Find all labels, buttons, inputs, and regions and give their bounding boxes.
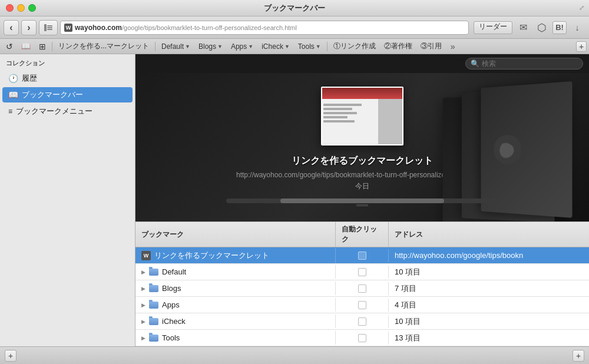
bm-apps-arrow: ▼ [248, 44, 253, 49]
maximize-button[interactable] [28, 4, 36, 12]
table-header: ブックマーク 自動クリック アドレス [135, 221, 589, 247]
preview-thumbnail [321, 87, 403, 145]
bm-copyright[interactable]: ②著作権 [380, 40, 416, 52]
search-input[interactable] [482, 59, 578, 68]
sidebar-item-history[interactable]: 🕐 履歴 [2, 71, 133, 86]
thumbnail-line-5 [323, 120, 355, 123]
wayohoo-icon: W [141, 251, 151, 260]
checkbox-blogs[interactable] [358, 284, 366, 293]
bm-separator-3 [327, 42, 327, 51]
header-auto-click: 自動クリック [336, 222, 389, 247]
bm-create-marklet[interactable]: リンクを作る...マークレット [55, 40, 153, 52]
sidebar-item-bookmarks-bar[interactable]: 📖 ブックマークバー [2, 87, 133, 102]
site-icon: W [64, 24, 72, 32]
checkbox-icheck[interactable] [358, 317, 366, 326]
sidebar-toggle-button[interactable] [39, 20, 58, 35]
bm-link-create[interactable]: ①リンク作成 [330, 40, 379, 52]
cell-autoclick-icheck [336, 315, 389, 328]
grip-line-1 [356, 204, 368, 205]
header-address: アドレス [389, 222, 589, 247]
bm-reading-list[interactable]: 📖 [18, 41, 34, 52]
sidebar-item-bookmarks-bar-label: ブックマークバー [22, 90, 83, 100]
close-button[interactable] [6, 4, 14, 12]
folder-icon-apps [149, 302, 158, 309]
folder-icon-icheck [149, 318, 158, 325]
svg-rect-1 [47, 25, 52, 27]
add-bookmark-button-right[interactable]: + [573, 350, 584, 362]
preview-scrollbar[interactable] [226, 198, 498, 203]
bg-logo [481, 120, 536, 179]
folder-icon-default [149, 269, 158, 276]
checkbox-default[interactable] [358, 268, 366, 276]
hatena-icon[interactable]: B! [552, 21, 567, 34]
table-row[interactable]: W リンクを作るブックマークレット http://wayohoo.com/goo… [135, 247, 589, 264]
cell-name-icheck: ▶ iCheck [135, 315, 336, 328]
bm-default-arrow: ▼ [185, 44, 190, 49]
bm-default[interactable]: Default ▼ [158, 41, 194, 52]
bm-more-button[interactable]: » [446, 40, 459, 53]
download-icon[interactable]: ↓ [569, 19, 585, 36]
preview-date: 今日 [355, 181, 369, 191]
cell-name-apps: ▶ Apps [135, 298, 336, 312]
table-row[interactable]: ▶ Default 10 項目 [135, 264, 589, 280]
cell-address-link: http://wayohoo.com/google/tips/bookn [389, 249, 589, 262]
window: ブックマークバー ⤢ ‹ › W wayohoo.com /google/tip… [0, 0, 589, 364]
cell-address-apps: 4 項目 [389, 297, 589, 313]
forward-button[interactable]: › [21, 20, 37, 35]
window-title: ブックマークバー [264, 3, 325, 14]
thumbnail-line-2 [323, 108, 352, 110]
minimize-button[interactable] [17, 4, 25, 12]
bm-icheck[interactable]: iCheck ▼ [258, 41, 293, 52]
bm-icheck-arrow: ▼ [284, 44, 290, 49]
bookmarks-icon[interactable]: ⬡ [534, 19, 550, 36]
cell-address-default: 10 項目 [389, 264, 589, 280]
resize-icon: ⤢ [579, 4, 584, 12]
bm-tools-label: Tools [298, 42, 315, 51]
grip-line-2 [356, 206, 368, 206]
table-row[interactable]: ▶ iCheck 10 項目 [135, 313, 589, 330]
row-arrow-tools: ▶ [141, 335, 145, 341]
bg-book-1 [481, 81, 573, 218]
bm-citation[interactable]: ③引用 [417, 40, 445, 52]
add-bookmark-button-left[interactable]: + [5, 350, 16, 362]
preview-scrollbar-thumb [280, 198, 444, 203]
sidebar-item-history-label: 履歴 [22, 73, 37, 84]
table-row[interactable]: ▶ Apps 4 項目 [135, 297, 589, 313]
address-domain: wayohoo.com [75, 24, 122, 32]
bm-add-button[interactable]: + [576, 41, 587, 52]
reader-button[interactable]: リーダー [474, 21, 512, 34]
cell-address-tools: 13 項目 [389, 330, 589, 346]
bm-default-label: Default [161, 42, 184, 51]
preview-thumbnail-container [321, 87, 403, 145]
thumbnail-line-1 [323, 104, 362, 106]
bm-blogs[interactable]: Blogs ▼ [195, 41, 226, 52]
table-area: ブックマーク 自動クリック アドレス W リンクを作るブックマークレット [135, 221, 589, 346]
bookmarks-menu-icon: ≡ [8, 107, 12, 115]
checkbox-apps[interactable] [358, 301, 366, 309]
address-bar[interactable]: W wayohoo.com /google/tips/bookmarklet-t… [60, 21, 469, 35]
table-row[interactable]: ▶ Blogs 7 項目 [135, 280, 589, 297]
checkbox-tools[interactable] [358, 334, 366, 342]
status-bar: + + [0, 346, 589, 364]
search-bar: 🔍 [135, 54, 589, 73]
cell-autoclick-tools [336, 332, 389, 345]
row-arrow-blogs: ▶ [141, 286, 145, 292]
mail-icon[interactable]: ✉ [515, 19, 531, 36]
bm-reload[interactable]: ↺ [2, 41, 16, 52]
bm-tools[interactable]: Tools ▼ [294, 41, 325, 52]
bookmarks-bar-icon: 📖 [8, 90, 18, 100]
table-row[interactable]: ▶ Tools 13 項目 [135, 330, 589, 346]
checkbox-link[interactable] [358, 252, 366, 260]
body: コレクション 🕐 履歴 📖 ブックマークバー ≡ ブックマークメニュー 🔍 [0, 54, 589, 346]
bm-grid[interactable]: ⊞ [35, 41, 49, 52]
sidebar-item-bookmarks-menu-label: ブックマークメニュー [16, 106, 92, 117]
bm-blogs-label: Blogs [198, 42, 216, 51]
thumbnail-content [322, 88, 402, 144]
bm-create-marklet-label: リンクを作る...マークレット [58, 41, 149, 51]
back-button[interactable]: ‹ [4, 20, 19, 35]
bm-apps[interactable]: Apps ▼ [227, 41, 257, 52]
sidebar-item-bookmarks-menu[interactable]: ≡ ブックマークメニュー [2, 104, 133, 119]
bookmarks-bar: ↺ 📖 ⊞ リンクを作る...マークレット Default ▼ Blogs ▼ … [0, 39, 589, 54]
cell-name-tools: ▶ Tools [135, 331, 336, 345]
preview-title: リンクを作るブックマークレット [292, 155, 433, 167]
